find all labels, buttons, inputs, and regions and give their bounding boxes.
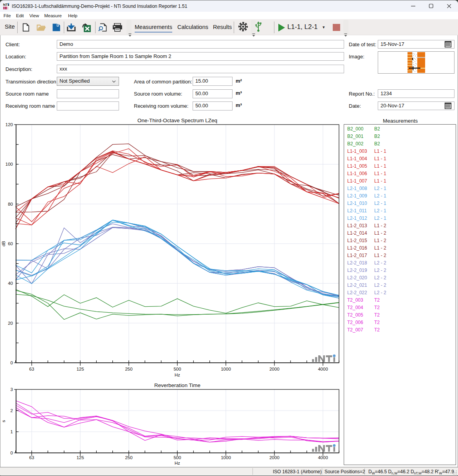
svg-text:500: 500 xyxy=(173,455,181,460)
svg-text:Hz: Hz xyxy=(175,373,180,377)
svg-text:60: 60 xyxy=(8,241,13,246)
svg-text:1000: 1000 xyxy=(221,455,231,460)
svg-text:63: 63 xyxy=(29,455,34,460)
svg-text:40: 40 xyxy=(8,281,13,286)
svg-text:250: 250 xyxy=(125,367,132,371)
svg-text:125: 125 xyxy=(76,367,84,371)
svg-text:2000: 2000 xyxy=(269,455,279,460)
svg-text:Hz: Hz xyxy=(175,461,180,465)
svg-text:4000: 4000 xyxy=(318,367,328,371)
svg-text:80: 80 xyxy=(8,202,13,206)
svg-text:3: 3 xyxy=(11,387,13,392)
svg-text:100: 100 xyxy=(5,162,13,167)
svg-text:1: 1 xyxy=(11,429,13,434)
svg-text:63: 63 xyxy=(29,367,34,371)
svg-text:dB: dB xyxy=(1,241,6,246)
svg-text:20: 20 xyxy=(8,321,13,326)
svg-text:s: s xyxy=(1,420,6,422)
svg-text:120: 120 xyxy=(5,122,13,127)
svg-text:250: 250 xyxy=(125,455,132,460)
svg-text:125: 125 xyxy=(76,455,84,460)
svg-text:One-Third-Octave Spectrum LZeq: One-Third-Octave Spectrum LZeq xyxy=(137,118,217,123)
svg-text:500: 500 xyxy=(173,367,181,371)
svg-text:0: 0 xyxy=(11,360,13,365)
svg-text:2000: 2000 xyxy=(269,367,279,371)
svg-text:4000: 4000 xyxy=(318,455,328,460)
svg-text:0: 0 xyxy=(11,451,13,455)
svg-text:2: 2 xyxy=(11,408,13,413)
svg-text:Reverberation Time: Reverberation Time xyxy=(154,382,200,388)
svg-text:1000: 1000 xyxy=(221,367,231,371)
